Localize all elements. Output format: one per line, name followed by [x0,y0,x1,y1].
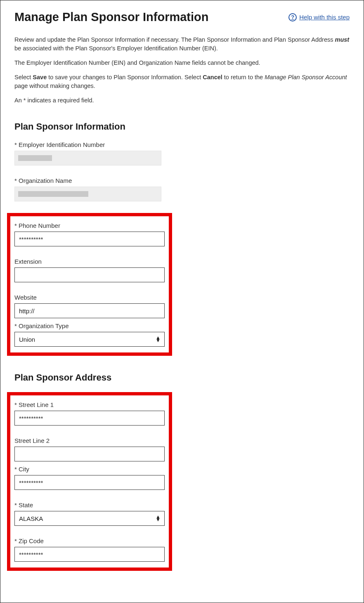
zip-input[interactable] [14,547,165,562]
city-input[interactable] [14,475,165,490]
page-header: Manage Plan Sponsor Information ? Help w… [14,10,350,24]
website-input[interactable] [14,303,165,318]
orgname-field-block: * Organization Name [14,177,161,201]
help-link-label: Help with this step [299,14,350,21]
phone-field-block: * Phone Number [14,222,165,246]
addr-form: * Street Line 1 Street Line 2 * City * S… [14,392,161,571]
extension-label: Extension [14,258,165,265]
info-highlight-box: * Phone Number Extension Website * Organ… [7,213,172,356]
state-select[interactable]: ALASKA [14,511,165,526]
extension-field-block: Extension [14,258,165,282]
orgname-label: * Organization Name [14,177,161,184]
street2-field-block: Street Line 2 [14,437,165,461]
street1-field-block: * Street Line 1 [14,401,165,426]
section-addr-title: Plan Sponsor Address [14,372,350,383]
zip-label: * Zip Code [14,537,165,544]
state-field-block: * State ALASKA ▲▼ [14,501,165,526]
help-link[interactable]: ? Help with this step [288,13,350,21]
intro-p2: The Employer Identification Number (EIN)… [14,59,350,67]
intro-p4: An * indicates a required field. [14,96,350,105]
orgtype-label: * Organization Type [14,322,165,329]
addr-highlight-box: * Street Line 1 Street Line 2 * City * S… [7,392,172,571]
ein-field-block: * Employer Identification Number [14,141,161,166]
page-container: Manage Plan Sponsor Information ? Help w… [0,0,364,603]
orgname-redacted-value [18,191,88,197]
zip-field-block: * Zip Code [14,537,165,562]
ein-label: * Employer Identification Number [14,141,161,148]
website-field-block: Website [14,294,165,318]
street1-label: * Street Line 1 [14,401,165,408]
orgname-readonly [14,187,161,201]
state-label: * State [14,501,165,508]
extension-input[interactable] [14,267,165,282]
street2-input[interactable] [14,447,165,461]
website-label: Website [14,294,165,301]
ein-readonly [14,151,161,166]
section-info-title: Plan Sponsor Information [14,121,350,132]
intro-p3: Select Save to save your changes to Plan… [14,73,350,90]
phone-input[interactable] [14,232,165,246]
orgtype-select[interactable]: Union [14,332,165,347]
help-icon: ? [288,13,297,21]
info-form: * Employer Identification Number * Organ… [14,141,161,356]
ein-redacted-value [18,155,52,161]
phone-label: * Phone Number [14,222,165,229]
page-title: Manage Plan Sponsor Information [14,10,209,24]
street2-label: Street Line 2 [14,437,165,444]
orgtype-field-block: * Organization Type Union ▲▼ [14,322,165,347]
city-field-block: * City [14,466,165,490]
city-label: * City [14,466,165,473]
street1-input[interactable] [14,411,165,426]
intro-p1: Review and update the Plan Sponsor Infor… [14,35,350,53]
